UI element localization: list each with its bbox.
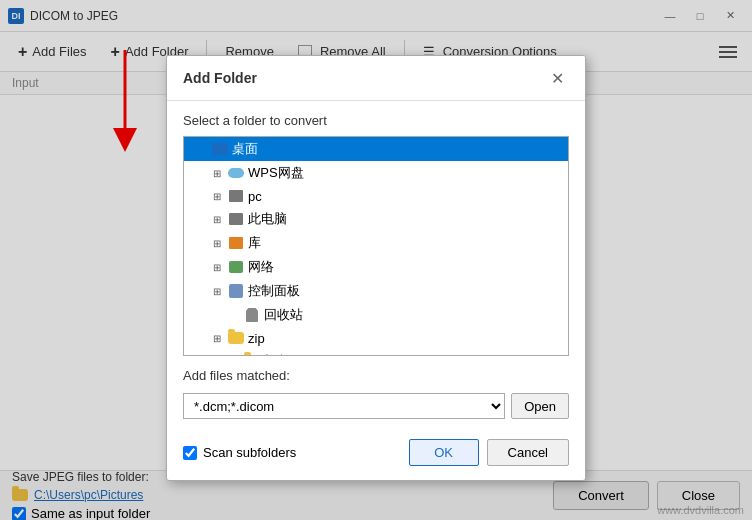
tree-item[interactable]: ⊞pc [184, 185, 568, 207]
dialog-close-button[interactable]: ✕ [545, 66, 569, 90]
tree-expand-icon[interactable]: ⊞ [210, 212, 224, 226]
open-button[interactable]: Open [511, 393, 569, 419]
folder-tree[interactable]: 桌面⊞WPS网盘⊞pc⊞此电脑⊞库⊞网络⊞控制面板回收站⊞zip打包截图图标下载… [183, 136, 569, 356]
tree-item-label: 网络 [248, 258, 274, 276]
add-files-matched-label: Add files matched: [183, 368, 290, 383]
cloud-icon [228, 165, 244, 181]
cp-icon [228, 283, 244, 299]
desktop-icon [212, 141, 228, 157]
recyclebin-icon [244, 307, 260, 323]
tree-item[interactable]: ⊞WPS网盘 [184, 161, 568, 185]
scan-subfolders-checkbox[interactable] [183, 446, 197, 460]
tree-expand-icon[interactable]: ⊞ [210, 236, 224, 250]
dialog-body: Select a folder to convert 桌面⊞WPS网盘⊞pc⊞此… [167, 101, 585, 431]
tree-expand-icon[interactable]: ⊞ [210, 166, 224, 180]
tree-expand-icon [226, 308, 240, 322]
folder-icon [244, 353, 260, 356]
tree-item[interactable]: 回收站 [184, 303, 568, 327]
tree-item-label: zip [248, 331, 265, 346]
tree-item[interactable]: ⊞库 [184, 231, 568, 255]
scan-row: Scan subfolders [183, 445, 296, 460]
dialog-title-bar: Add Folder ✕ [167, 56, 585, 101]
pc-icon [228, 211, 244, 227]
dialog-footer: Scan subfolders OK Cancel [167, 431, 585, 480]
lib-icon [228, 235, 244, 251]
tree-item-label: 打包 [264, 352, 290, 356]
tree-item[interactable]: ⊞zip [184, 327, 568, 349]
pc-icon [228, 188, 244, 204]
tree-item-label: 此电脑 [248, 210, 287, 228]
tree-item-label: WPS网盘 [248, 164, 304, 182]
tree-item[interactable]: ⊞控制面板 [184, 279, 568, 303]
tree-item-label: pc [248, 189, 262, 204]
tree-item-label: 回收站 [264, 306, 303, 324]
folder-icon [228, 330, 244, 346]
tree-item-label: 库 [248, 234, 261, 252]
filter-row: *.dcm;*.dicom*.dcm*.dicom*.* Open [183, 393, 569, 419]
cancel-button[interactable]: Cancel [487, 439, 569, 466]
tree-item-label: 控制面板 [248, 282, 300, 300]
scan-subfolders-label: Scan subfolders [203, 445, 296, 460]
tree-expand-icon [226, 354, 240, 356]
ok-button[interactable]: OK [409, 439, 479, 466]
tree-item[interactable]: ⊞此电脑 [184, 207, 568, 231]
filter-select[interactable]: *.dcm;*.dicom*.dcm*.dicom*.* [183, 393, 505, 419]
tree-item[interactable]: ⊞网络 [184, 255, 568, 279]
tree-expand-icon[interactable]: ⊞ [210, 284, 224, 298]
tree-expand-icon[interactable]: ⊞ [210, 331, 224, 345]
network-icon [228, 259, 244, 275]
tree-expand-icon[interactable]: ⊞ [210, 189, 224, 203]
tree-expand-icon [194, 142, 208, 156]
select-folder-label: Select a folder to convert [183, 113, 569, 128]
dialog-title: Add Folder [183, 70, 257, 86]
tree-item[interactable]: 桌面 [184, 137, 568, 161]
tree-expand-icon[interactable]: ⊞ [210, 260, 224, 274]
modal-overlay: Add Folder ✕ Select a folder to convert … [0, 0, 752, 520]
tree-item-label: 桌面 [232, 140, 258, 158]
footer-buttons: OK Cancel [409, 439, 569, 466]
add-folder-dialog: Add Folder ✕ Select a folder to convert … [166, 55, 586, 481]
add-files-matched-row: Add files matched: [183, 368, 569, 383]
tree-item[interactable]: 打包 [184, 349, 568, 356]
